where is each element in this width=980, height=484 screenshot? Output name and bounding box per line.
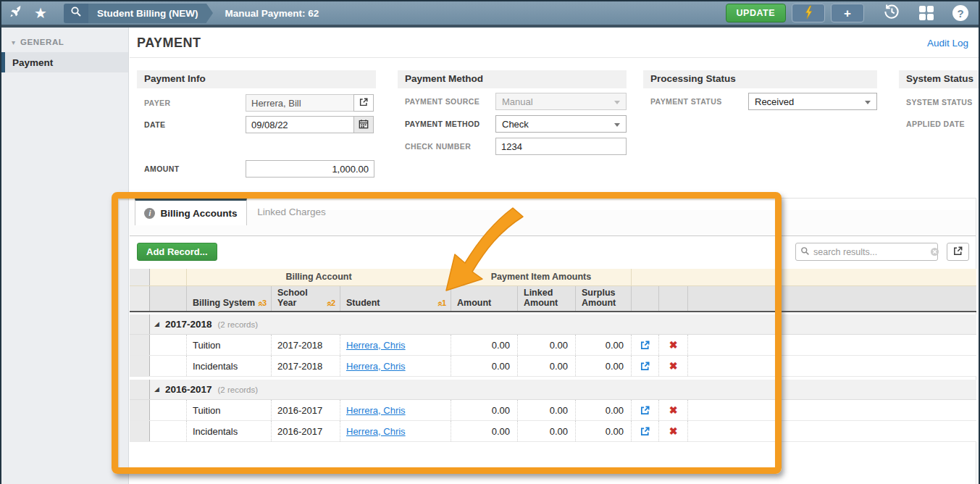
audit-log-link[interactable]: Audit Log <box>927 38 968 49</box>
column-header-surplus-amount[interactable]: Surplus Amount <box>575 286 631 311</box>
amount-cell: 0.00 <box>451 356 517 376</box>
sort-indicator: »3 <box>257 299 267 308</box>
update-button[interactable]: UPDATE <box>726 4 786 22</box>
star-icon: ★ <box>34 6 47 20</box>
student-link[interactable]: Herrera, Chris <box>346 340 406 351</box>
column-header-billing-system[interactable]: Billing System »3 <box>186 286 271 311</box>
sort-ascending-icon: » <box>435 301 443 306</box>
system-status-section: System Status SYSTEM STATUS APPLIED DATE <box>899 70 980 128</box>
search-icon <box>800 246 810 259</box>
results-search-box <box>795 243 938 261</box>
main-content: PAYMENT Audit Log Payment Info PAYER DAT… <box>130 28 980 484</box>
grid-header-row: Billing System »3 School Year »2 Student… <box>130 286 976 312</box>
sort-indicator: »1 <box>437 299 446 308</box>
payment-method-select[interactable]: Check <box>495 115 627 133</box>
search-results-input[interactable] <box>813 247 930 257</box>
school-year-cell: 2017-2018 <box>271 335 340 355</box>
table-row: Tuition 2017-2018 Herrera, Chris 0.00 0.… <box>130 335 976 356</box>
open-row-button[interactable] <box>640 340 650 351</box>
student-link[interactable]: Herrera, Chris <box>346 426 406 437</box>
surplus-amount-cell: 0.00 <box>575 400 631 420</box>
table-row: Incidentals 2017-2018 Herrera, Chris 0.0… <box>130 356 976 377</box>
check-number-label: CHECK NUMBER <box>398 142 495 151</box>
billing-system-cell: Incidentals <box>186 356 271 376</box>
detail-panel: i Billing Accounts Linked Charges Add Re… <box>130 198 976 484</box>
breadcrumb-chevron-icon <box>206 4 213 22</box>
search-icon <box>70 6 82 20</box>
info-icon: i <box>144 208 155 219</box>
amount-cell: 0.00 <box>451 421 517 441</box>
open-payer-button[interactable] <box>353 94 374 112</box>
clear-search-icon[interactable] <box>930 247 939 256</box>
band-payment-item-amounts: Payment Item Amounts <box>451 269 631 285</box>
group-expanded-icon[interactable]: ◢ <box>154 321 159 327</box>
group-expanded-icon[interactable]: ◢ <box>154 386 159 393</box>
delete-row-button[interactable]: ✖ <box>669 360 678 372</box>
page-header: PAYMENT Audit Log <box>130 28 980 58</box>
open-row-button[interactable] <box>640 405 650 416</box>
history-clock-icon <box>883 3 900 23</box>
breadcrumb-app[interactable]: Student Billing (NEW) <box>88 4 206 23</box>
date-picker-button[interactable] <box>353 116 374 133</box>
surplus-amount-cell: 0.00 <box>575 421 631 441</box>
calendar-icon <box>359 119 369 131</box>
gutter-cell <box>130 335 150 355</box>
payment-source-label: PAYMENT SOURCE <box>398 97 495 106</box>
add-new-button[interactable]: + <box>831 4 864 22</box>
quick-actions-button[interactable] <box>792 4 825 22</box>
school-year-cell: 2016-2017 <box>271 400 340 420</box>
tab-billing-accounts[interactable]: i Billing Accounts <box>135 199 247 225</box>
group-row-2016-2017[interactable]: ◢ 2016-2017 (2 records) <box>130 380 976 400</box>
linked-amount-cell: 0.00 <box>517 400 575 420</box>
amount-cell: 0.00 <box>451 335 517 355</box>
favorites-star-button[interactable]: ★ <box>28 1 54 25</box>
section-title: Payment Method <box>398 70 627 88</box>
group-row-2017-2018[interactable]: ◢ 2017-2018 (2 records) <box>130 314 976 335</box>
payment-info-section: Payment Info PAYER DATE <box>137 70 376 178</box>
breadcrumb-page: Manual Payment: 62 <box>225 8 319 19</box>
payer-field[interactable] <box>246 94 354 112</box>
student-link[interactable]: Herrera, Chris <box>346 405 406 416</box>
payment-source-select: Manual <box>495 93 627 110</box>
open-results-button[interactable] <box>947 243 969 261</box>
delete-row-button[interactable]: ✖ <box>669 339 678 351</box>
amount-field[interactable] <box>246 160 374 178</box>
date-field[interactable] <box>246 116 354 133</box>
band-billing-account: Billing Account <box>186 269 451 285</box>
add-record-button[interactable]: Add Record... <box>137 243 217 261</box>
column-header-student[interactable]: Student »1 <box>340 286 451 311</box>
open-row-button[interactable] <box>640 426 650 437</box>
payment-method-section: Payment Method PAYMENT SOURCE Manual PAY… <box>398 70 627 155</box>
system-status-label: SYSTEM STATUS <box>899 98 973 107</box>
check-number-field[interactable] <box>495 138 627 155</box>
student-link[interactable]: Herrera, Chris <box>346 361 406 372</box>
billing-system-cell: Incidentals <box>186 421 271 441</box>
amount-cell: 0.00 <box>451 400 517 420</box>
table-row: Tuition 2016-2017 Herrera, Chris 0.00 0.… <box>130 400 976 421</box>
apps-menu-button[interactable] <box>919 6 934 20</box>
billing-system-cell: Tuition <box>186 335 271 355</box>
processing-status-section: Processing Status PAYMENT STATUS Receive… <box>643 70 877 110</box>
lightning-bolt-icon <box>804 5 813 22</box>
sidebar-group-general[interactable]: ▾ GENERAL <box>1 28 128 52</box>
delete-row-button[interactable]: ✖ <box>669 425 678 437</box>
column-header-school-year[interactable]: School Year »2 <box>271 286 340 311</box>
student-cell: Herrera, Chris <box>340 400 451 420</box>
grid-band-row: Billing Account Payment Item Amounts <box>130 269 976 286</box>
surplus-amount-cell: 0.00 <box>575 335 631 355</box>
open-row-button[interactable] <box>640 361 650 372</box>
sort-indicator: »2 <box>326 299 335 308</box>
payment-status-select[interactable]: Received <box>748 93 877 110</box>
column-header-amount[interactable]: Amount <box>451 286 517 311</box>
search-button[interactable] <box>64 4 88 23</box>
column-header-linked-amount[interactable]: Linked Amount <box>517 286 575 311</box>
delete-row-button[interactable]: ✖ <box>669 404 678 416</box>
help-button[interactable]: ? <box>952 5 968 21</box>
home-rocket-button[interactable] <box>1 1 28 25</box>
sidebar-item-payment[interactable]: Payment <box>1 52 128 72</box>
tab-linked-charges[interactable]: Linked Charges <box>247 199 336 225</box>
history-button[interactable] <box>883 3 900 23</box>
gutter-cell <box>130 286 150 311</box>
apps-grid-icon <box>919 6 934 20</box>
payment-method-label: PAYMENT METHOD <box>398 120 495 128</box>
